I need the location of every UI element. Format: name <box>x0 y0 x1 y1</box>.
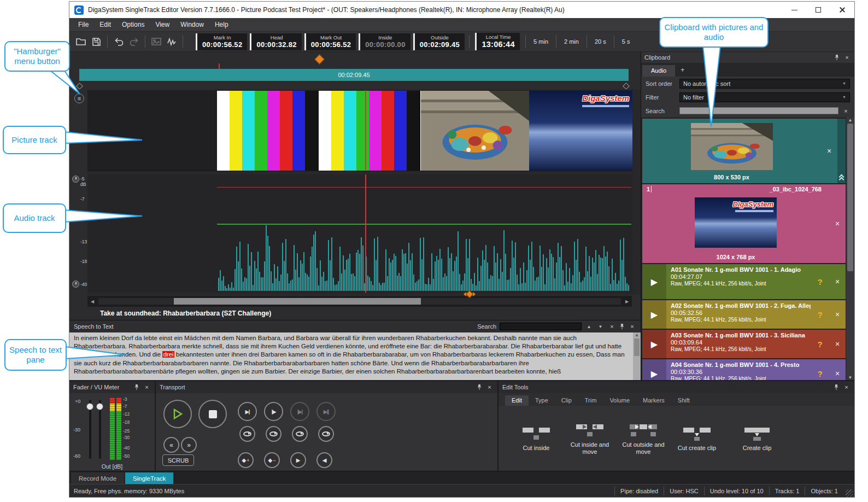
menu-view[interactable]: View <box>150 21 175 28</box>
scroll-right-icon[interactable]: ▶ <box>622 299 632 304</box>
play-button[interactable] <box>163 400 192 428</box>
add-marker-button[interactable]: ◆+ <box>238 452 254 468</box>
tab-type[interactable]: Type <box>529 395 555 406</box>
loop-to-button[interactable] <box>239 426 255 442</box>
play-all-button[interactable]: ▶|| <box>316 402 336 421</box>
hamburger-menu-button[interactable]: ≡ <box>74 94 84 103</box>
menu-help[interactable]: Help <box>209 21 234 28</box>
cut-outside-and-move-button[interactable]: Cut outside and move <box>618 422 669 456</box>
undo-button[interactable] <box>110 34 126 49</box>
item-info-button[interactable]: ? <box>811 300 829 329</box>
cut-inside-and-move-button[interactable]: Cut inside and move <box>564 422 615 456</box>
redo-button[interactable] <box>126 34 142 49</box>
volume-knob-top[interactable] <box>72 176 79 183</box>
save-button[interactable] <box>89 34 104 49</box>
soundhead-marker[interactable] <box>461 291 478 297</box>
menu-options[interactable]: Options <box>116 21 150 28</box>
tab-record-mode[interactable]: Record Mode <box>71 472 124 484</box>
scrub-button[interactable]: SCRUB <box>162 454 194 466</box>
sort-order-dropdown[interactable]: No automatic sort ▼ <box>679 79 850 89</box>
play-item-button[interactable]: ▶ <box>642 359 666 380</box>
remove-item-button[interactable]: × <box>829 184 846 263</box>
panel-close-icon[interactable]: × <box>485 384 494 390</box>
overview-bar[interactable]: 00:02:09.45 <box>79 69 629 81</box>
open-button[interactable] <box>73 34 89 49</box>
minimize-button[interactable] <box>782 2 806 18</box>
menu-edit[interactable]: Edit <box>94 21 116 28</box>
resize-grip-icon[interactable] <box>846 489 853 497</box>
clipboard-item-audio[interactable]: ▶ A04 Sonate Nr. 1 g-moll BWV 1001 - 4. … <box>642 359 846 380</box>
search-clear-icon[interactable]: × <box>842 108 850 114</box>
play-item-button[interactable]: ▶ <box>642 330 666 358</box>
pin-icon[interactable] <box>477 384 482 390</box>
fader-knob-right[interactable] <box>96 403 103 410</box>
clipboard-close-icon[interactable]: × <box>843 54 851 61</box>
menu-window[interactable]: Window <box>175 21 209 28</box>
pin-icon[interactable] <box>834 54 840 61</box>
filter-dropdown[interactable]: No filter ▼ <box>679 92 850 102</box>
zoom-20s-button[interactable]: 20 s <box>590 38 611 45</box>
clipboard-item-audio[interactable]: ▶ A03 Sonate Nr. 1 g-moll BWV 1001 - 3. … <box>642 330 846 358</box>
pin-icon[interactable] <box>834 384 839 390</box>
play-item-button[interactable]: ▶ <box>642 264 666 299</box>
pin-icon[interactable] <box>134 384 139 390</box>
zoom-2min-button[interactable]: 2 min <box>559 38 584 45</box>
tab-volume[interactable]: Volume <box>603 395 636 406</box>
volume-knob-bottom[interactable] <box>72 281 79 288</box>
resize-grip[interactable] <box>837 119 846 183</box>
search-down-icon[interactable]: ▼ <box>596 324 605 329</box>
diga-picture-thumbnail[interactable]: DigaSystem <box>529 91 632 171</box>
create-clip-button[interactable]: Create clip <box>731 425 783 452</box>
item-info-button[interactable]: ? <box>811 330 829 358</box>
remove-item-button[interactable]: × <box>829 300 846 329</box>
mosaic-picture-thumbnail[interactable] <box>421 91 529 171</box>
search-up-icon[interactable]: ▲ <box>585 324 593 329</box>
close-button[interactable] <box>830 2 854 18</box>
item-info-button[interactable]: ? <box>811 359 829 380</box>
panel-close-icon[interactable]: × <box>143 384 151 390</box>
cut-inside-button[interactable]: Cut inside <box>511 425 562 452</box>
item-info-button[interactable]: ? <box>811 264 829 299</box>
tab-audio[interactable]: Audio <box>642 65 675 77</box>
scrollbar-thumb[interactable] <box>174 298 421 305</box>
audio-marker-button[interactable] <box>164 34 180 49</box>
remove-item-button[interactable]: × <box>829 359 846 380</box>
play-to-cursor-button[interactable]: ▶| <box>238 402 257 421</box>
scrollbar-thumb[interactable] <box>847 124 853 271</box>
scrollbar-track[interactable] <box>98 298 621 305</box>
colorbars-thumbnail[interactable] <box>217 91 421 171</box>
export-picture-button[interactable] <box>148 34 164 49</box>
remove-item-button[interactable]: × <box>821 119 837 183</box>
play-selection-button[interactable]: |▶| <box>290 402 309 421</box>
pin-icon[interactable] <box>619 323 625 330</box>
playhead-marker[interactable] <box>314 54 324 64</box>
tab-edit[interactable]: Edit <box>505 395 529 406</box>
audio-track[interactable] <box>87 174 632 293</box>
skip-forward-button[interactable]: » <box>181 437 197 453</box>
cut-create-clip-button[interactable]: Cut create clip <box>671 425 723 452</box>
remove-item-button[interactable]: × <box>829 264 846 299</box>
clipboard-item-picture[interactable]: 800 x 530 px × <box>642 119 846 183</box>
add-tab-button[interactable]: + <box>675 64 690 77</box>
search-clear-icon[interactable]: × <box>608 323 616 330</box>
fader-knob-left[interactable] <box>86 403 93 410</box>
range-end-marker[interactable] <box>623 83 630 90</box>
tab-singletrack[interactable]: SingleTrack <box>125 472 173 484</box>
clipboard-item-audio[interactable]: ▶ A01 Sonate Nr. 1 g-moll BWV 1001 - 1. … <box>642 264 846 299</box>
clipboard-item-picture[interactable]: 1 _03_ibc_1024_768 DigaSystem 1024 x 768… <box>642 184 846 263</box>
panel-close-icon[interactable]: × <box>842 384 851 390</box>
clipboard-search-input[interactable] <box>679 107 838 114</box>
clipboard-item-audio[interactable]: ▶ A02 Sonate Nr. 1 g-moll BWV 1001 - 2. … <box>642 300 846 329</box>
clipboard-scrollbar[interactable]: ▲ ▼ <box>846 118 854 380</box>
scrollbar-thumb[interactable] <box>634 338 640 356</box>
zoom-5min-button[interactable]: 5 min <box>529 38 553 45</box>
s2t-search-input[interactable] <box>500 323 582 330</box>
skip-back-button[interactable]: « <box>163 437 179 453</box>
tab-markers[interactable]: Markers <box>636 395 671 406</box>
zoom-5s-button[interactable]: 5 s <box>617 38 635 45</box>
horizontal-scrollbar[interactable]: ◀ ▶ <box>87 296 632 307</box>
scroll-left-icon[interactable]: ◀ <box>87 299 97 304</box>
loop-selection-button[interactable] <box>292 426 308 442</box>
range-start-marker[interactable] <box>76 83 83 90</box>
remove-marker-button[interactable]: ◆− <box>264 452 280 468</box>
